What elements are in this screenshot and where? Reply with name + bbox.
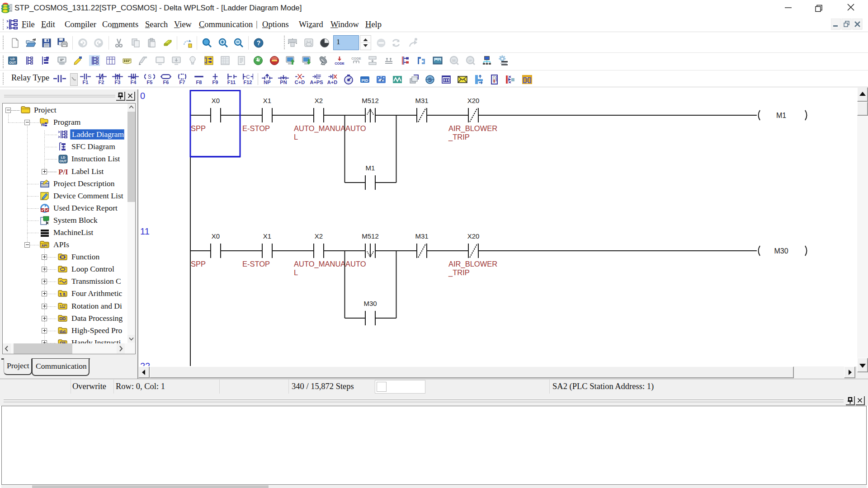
svg-text:AIR_BLOWER: AIR_BLOWER xyxy=(448,124,497,133)
svg-text:_TRIP: _TRIP xyxy=(448,133,470,141)
svg-text:AUTO: AUTO xyxy=(345,260,366,268)
svg-text:M30: M30 xyxy=(363,300,377,307)
svg-text:X20: X20 xyxy=(467,232,480,240)
svg-text:AUTO_MANUA: AUTO_MANUA xyxy=(294,260,345,268)
svg-text:X0: X0 xyxy=(212,232,220,240)
svg-text:AUTO_MANUA: AUTO_MANUA xyxy=(294,124,345,133)
svg-text:X2: X2 xyxy=(315,232,323,240)
svg-text:0: 0 xyxy=(140,91,145,101)
svg-text:11: 11 xyxy=(140,226,150,236)
svg-text:AIR_BLOWER: AIR_BLOWER xyxy=(448,260,497,268)
svg-text:API: API xyxy=(42,244,47,248)
svg-text:SPP: SPP xyxy=(191,124,206,132)
svg-text:IP: IP xyxy=(468,59,472,63)
svg-text:M: M xyxy=(452,58,456,63)
svg-text:?: ? xyxy=(257,39,261,47)
svg-text:OUT: OUT xyxy=(60,159,67,163)
svg-text:M31: M31 xyxy=(415,232,428,240)
svg-text:AUTO: AUTO xyxy=(345,124,366,132)
svg-text:E-STOP: E-STOP xyxy=(242,260,270,268)
svg-text:X1: X1 xyxy=(263,232,271,240)
svg-text:X1: X1 xyxy=(263,97,271,104)
svg-text:X20: X20 xyxy=(467,97,480,104)
svg-text:t: t xyxy=(41,123,42,127)
svg-text:S: S xyxy=(428,77,432,83)
svg-text:X0: X0 xyxy=(212,97,220,104)
svg-text:E-STOP: E-STOP xyxy=(242,124,270,132)
svg-text:L: L xyxy=(294,133,298,141)
svg-text:M512: M512 xyxy=(362,232,379,240)
svg-text:S: S xyxy=(148,74,151,80)
svg-text:OUT: OUT xyxy=(9,61,17,64)
svg-text:PID: PID xyxy=(361,78,368,83)
svg-text:L: L xyxy=(294,268,298,277)
svg-text:M30: M30 xyxy=(774,247,788,255)
svg-text:C: C xyxy=(246,74,250,80)
svg-text:SPP: SPP xyxy=(191,260,206,268)
svg-text:M1: M1 xyxy=(776,112,786,119)
svg-text:CODE: CODE xyxy=(335,61,344,66)
svg-text:M512: M512 xyxy=(362,97,379,104)
svg-text:22: 22 xyxy=(140,361,150,366)
svg-text:X2: X2 xyxy=(315,97,323,104)
svg-text:LD: LD xyxy=(10,57,14,61)
svg-text:_TRIP: _TRIP xyxy=(448,268,470,277)
svg-text:M1: M1 xyxy=(366,164,375,172)
svg-text:P/I: P/I xyxy=(58,168,68,176)
svg-text:CODE: CODE xyxy=(351,56,361,61)
svg-text:M31: M31 xyxy=(415,97,428,104)
